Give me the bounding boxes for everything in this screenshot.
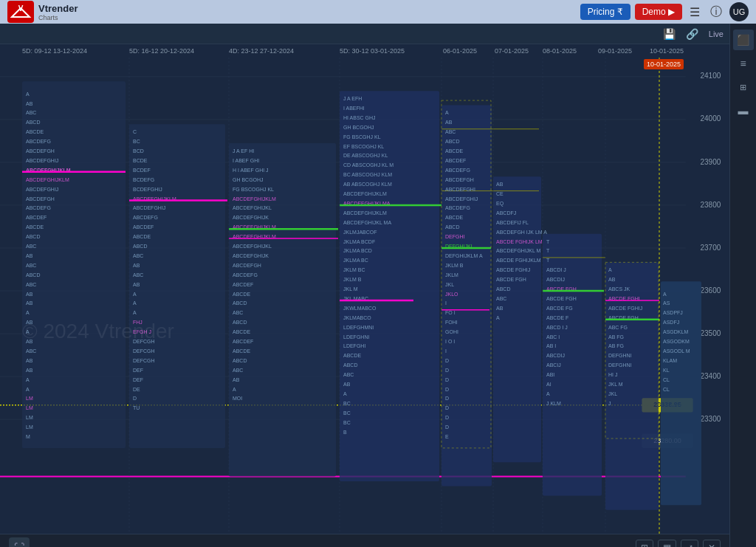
demo-button[interactable]: Demo ▶ [635,4,682,20]
svg-text:ASDPFJ: ASDPFJ [663,310,683,315]
save-button[interactable]: 💾 [660,27,678,41]
svg-text:GH BCGOHJ: GH BCGOHJ [233,177,264,182]
svg-text:A: A [233,387,236,392]
svg-text:HI ABSC GHJ: HI ABSC GHJ [343,115,376,120]
svg-text:ABCD: ABCD [233,358,247,363]
svg-text:A: A [26,329,30,334]
svg-text:ABCD I J: ABCD I J [546,325,568,330]
svg-text:E: E [445,434,449,439]
svg-text:ABCDEF: ABCDEF [233,282,253,287]
svg-text:D: D [133,396,137,401]
svg-text:ASGODL M: ASGODL M [663,348,690,354]
svg-text:DEFGHNI: DEFGHNI [608,362,632,368]
svg-text:LDEFGHNI: LDEFGHNI [343,334,369,340]
user-button[interactable]: UG [729,2,749,21]
sidebar-chart-type-2[interactable]: ≡ [733,53,754,74]
svg-text:JKWLMABCO: JKWLMABCO [343,306,377,311]
svg-text:ABCDEFGH: ABCDEFGH [445,177,474,182]
svg-text:GH BCGOHJ: GH BCGOHJ [343,125,374,130]
svg-text:EF BSCOGHJ KL: EF BSCOGHJ KL [343,144,384,149]
svg-text:ABCDEF: ABCDEF [445,158,466,163]
date-label-1: 5D: 09-12 13-12-2024 [22,47,87,55]
svg-text:I: I [445,348,447,354]
svg-text:ABCDE FGHIJ: ABCDE FGHIJ [608,306,642,311]
svg-text:AI: AI [546,382,551,387]
svg-text:AB: AB [26,339,33,344]
svg-text:ABCS JK: ABCS JK [608,286,630,292]
svg-rect-29 [129,124,225,448]
svg-text:ABCDE: ABCDE [233,329,250,334]
svg-text:AB I: AB I [546,343,556,348]
menu-button[interactable]: ☰ [687,4,703,21]
sidebar-chart-type-3[interactable]: ⊞ [733,77,754,97]
svg-text:LDEFGHMNI: LDEFGHMNI [343,325,374,330]
svg-text:AB FG: AB FG [608,343,624,348]
svg-text:ABCDEFGHIJKL MA: ABCDEFGHIJKL MA [343,220,391,225]
svg-text:A: A [133,292,137,297]
svg-text:CL: CL [663,387,670,392]
table-button[interactable]: ▦ [658,540,676,548]
svg-text:ABCDE: ABCDE [233,348,250,354]
svg-text:AB: AB [26,292,33,297]
svg-text:AB: AB [233,377,240,382]
svg-text:AB: AB [26,253,33,258]
svg-text:ABC: ABC [343,372,354,377]
date-axis: 5D: 09-12 13-12-2024 5D: 16-12 20-12-202… [0,44,729,58]
svg-text:23700: 23700 [700,244,721,252]
svg-text:AB: AB [133,282,140,287]
svg-text:LDEFGHI: LDEFGHI [343,343,365,348]
svg-text:LM: LM [26,415,33,420]
svg-text:ABCDE: ABCDE [26,224,44,230]
svg-text:ABCD: ABCD [26,234,40,239]
svg-text:ABI: ABI [546,372,554,377]
share-button[interactable]: 🔗 [683,27,701,41]
svg-text:ASDFJ: ASDFJ [663,320,679,325]
svg-text:ABCDEFGH IJK LM A: ABCDEFGH IJK LM A [496,230,547,235]
svg-text:ABCDEFGHIJ: ABCDEFGHIJ [445,196,478,202]
svg-text:ABCDE: ABCDE [445,215,463,220]
info-button[interactable]: ⓘ [707,3,725,21]
live-label: Live [709,30,724,38]
svg-text:FG BSCOGHJ KL: FG BSCOGHJ KL [233,187,274,192]
svg-text:A: A [663,292,667,297]
svg-text:JKLM B: JKLM B [445,263,464,268]
date-label-2: 5D: 16-12 20-12-2024 [129,47,194,55]
svg-text:ASGDKLM: ASGDKLM [663,329,688,334]
fullscreen-button[interactable]: ⤢ [681,540,698,548]
svg-text:JKLMA BCDF: JKLMA BCDF [343,239,375,244]
svg-text:ABCDEFG: ABCDEFG [133,215,158,220]
chart-area: 💾 🔗 Live 5D: 09-12 13-12-2024 5D: 16-12 … [0,24,729,547]
svg-text:ABCDE: ABCDE [26,129,44,134]
expand-btn-container: ⛶ [9,537,30,548]
svg-text:I ABEF GHI: I ABEF GHI [233,158,259,163]
sidebar-chart-type-4[interactable]: ▬ [733,100,754,121]
date-label-8: 09-01-2025 [598,47,632,55]
svg-text:ABCDE F: ABCDE F [546,315,568,320]
svg-text:JKLMJABCOF: JKLMJABCOF [343,230,377,235]
svg-text:BC: BC [343,420,351,425]
close-button[interactable]: ✕ [703,540,721,548]
expand-button[interactable]: ⛶ [9,537,30,548]
svg-text:ABC: ABC [445,129,456,134]
pricing-button[interactable]: Pricing ₹ [580,4,630,20]
svg-text:I ABEFHI: I ABEFHI [343,106,365,111]
svg-text:ABCDEFGHIJKL: ABCDEFGHIJKL [233,244,272,249]
grid-button[interactable]: ⊞ [636,540,653,548]
date-label-5: 06-01-2025 [443,47,477,55]
svg-text:T: T [546,239,550,244]
svg-text:AB: AB [343,382,351,387]
date-label-9: 10-01-2025 [650,47,684,55]
bottom-right-tools: ⊞ ▦ ⤢ ✕ [636,540,721,548]
svg-text:DEFGHI: DEFGHI [445,234,465,239]
svg-text:LM: LM [26,424,33,430]
svg-text:A: A [496,315,500,320]
svg-text:ABCDEFGHIJKL: ABCDEFGHIJKL [233,205,272,210]
svg-text:DE ABSCOGHJ KL: DE ABSCOGHJ KL [343,153,388,158]
svg-text:JKLM B: JKLM B [343,277,362,282]
svg-text:23800: 23800 [700,201,721,209]
svg-text:ABCD: ABCD [133,244,147,249]
svg-text:EQ: EQ [496,201,504,207]
svg-text:HI J: HI J [608,372,617,377]
sidebar-chart-type-1[interactable]: ⬛ [733,30,754,50]
current-date-highlight: 10-01-2025 [644,59,684,69]
